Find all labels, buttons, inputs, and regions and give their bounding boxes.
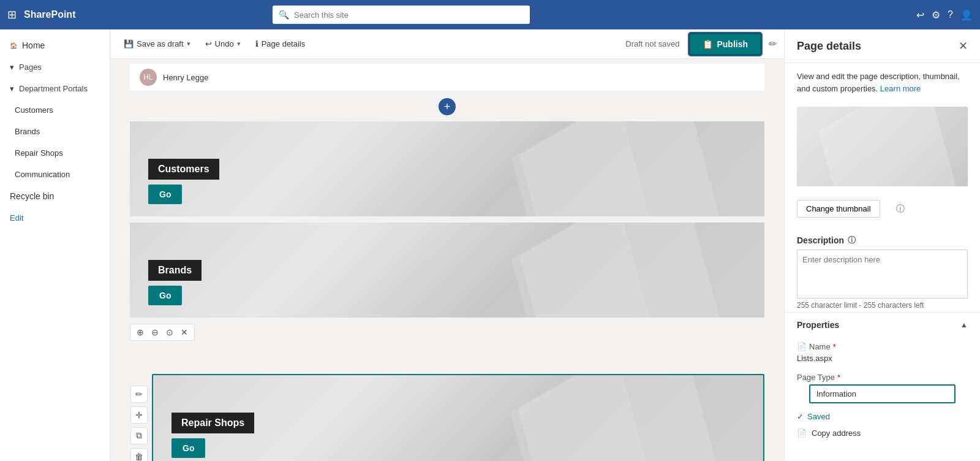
help-icon[interactable]: ? <box>948 9 953 21</box>
block-edit-button[interactable]: ✏ <box>130 386 148 403</box>
properties-section-header[interactable]: Properties ▲ <box>785 312 980 337</box>
page-type-input[interactable] <box>809 384 956 403</box>
info-icon: ℹ <box>255 39 258 48</box>
name-value: Lists.aspx <box>797 354 968 363</box>
save-draft-button[interactable]: 💾 Save as draft ▾ <box>118 36 197 52</box>
page-type-property: Page Type * <box>785 368 980 408</box>
right-panel: Page details ✕ View and edit the page de… <box>784 29 980 461</box>
learn-more-link[interactable]: Learn more <box>880 84 921 93</box>
sidebar-item-communication[interactable]: Communication <box>0 164 110 185</box>
brands-card-inner: Brands Go <box>130 223 764 318</box>
page-details-button[interactable]: ℹ Page details <box>249 36 312 52</box>
brands-go-button[interactable]: Go <box>148 286 182 305</box>
user-icon[interactable]: 👤 <box>960 9 973 21</box>
content-wrapper: 💾 Save as draft ▾ ↩ Undo ▾ ℹ Page detail… <box>110 29 980 461</box>
topbar: ⊞ SharePoint 🔍 ↩ ⚙ ? 👤 <box>0 0 980 29</box>
zoom-in-button[interactable]: ⊕ <box>134 326 146 338</box>
properties-chevron-icon: ▲ <box>960 321 968 329</box>
page-type-asterisk: * <box>837 373 840 382</box>
saved-indicator: ✓ Saved <box>785 408 980 425</box>
sidebar-group-pages[interactable]: ▾ Pages <box>0 56 110 78</box>
customers-go-button[interactable]: Go <box>148 185 182 204</box>
description-textarea[interactable] <box>797 250 968 299</box>
copy-address-button[interactable]: 📄 Copy address <box>785 425 980 441</box>
checkmark-icon: ✓ <box>797 412 804 421</box>
page-canvas: HL Henry Legge + Customers Go <box>110 59 784 461</box>
panel-description: View and edit the page description, thum… <box>785 63 980 102</box>
save-icon: 💾 <box>124 39 134 48</box>
draft-status: Draft not saved <box>625 39 679 48</box>
author-name: Henry Legge <box>163 73 208 82</box>
zoom-out-button[interactable]: ⊖ <box>149 326 161 338</box>
change-thumbnail-button[interactable]: Change thumbnail <box>797 200 880 218</box>
customers-card-label: Customers <box>148 159 219 180</box>
chevron-down-icon: ▾ <box>10 63 14 72</box>
chevron-down-icon: ▾ <box>10 84 14 93</box>
main-layout: 🏠 Home ▾ Pages ▾ Department Portals Cust… <box>0 29 980 461</box>
customers-card-block: Customers Go <box>130 121 764 216</box>
customers-card-inner: Customers Go <box>130 121 764 216</box>
page-type-label: Page Type * <box>797 373 968 382</box>
panel-close-button[interactable]: ✕ <box>959 39 968 53</box>
brands-card-block: Brands Go <box>130 223 764 318</box>
block-move-button[interactable]: ✛ <box>130 406 148 424</box>
thumbnail-area <box>797 107 968 186</box>
block-copy-button[interactable]: ⧉ <box>130 427 148 444</box>
publish-icon: 📋 <box>703 39 713 49</box>
repair-shops-card-label: Repair Shops <box>172 413 254 433</box>
repair-shops-card-block: Repair Shops Go <box>152 374 764 461</box>
dropdown-icon: ▾ <box>237 40 241 48</box>
description-section-label: Description ⓘ <box>785 227 980 250</box>
description-info-icon: ⓘ <box>848 235 856 246</box>
sidebar-group-dept[interactable]: ▾ Department Portals <box>0 78 110 99</box>
required-asterisk: * <box>833 342 836 351</box>
topbar-actions: ↩ ⚙ ? 👤 <box>916 9 973 21</box>
settings-icon[interactable]: ⚙ <box>932 9 940 21</box>
toolbar: 💾 Save as draft ▾ ↩ Undo ▾ ℹ Page detail… <box>110 29 784 59</box>
search-box[interactable]: 🔍 <box>273 6 530 24</box>
sidebar-item-customers[interactable]: Customers <box>0 99 110 121</box>
repair-shops-go-button[interactable]: Go <box>172 438 205 458</box>
sidebar-item-repair-shops[interactable]: Repair Shops <box>0 142 110 164</box>
dropdown-icon: ▾ <box>187 40 190 48</box>
search-input[interactable] <box>294 10 524 20</box>
block-delete-button[interactable]: 🗑 <box>130 448 148 462</box>
name-label: 📄 Name * <box>797 342 968 351</box>
zoom-close-button[interactable]: ✕ <box>178 326 190 338</box>
edit-icon[interactable]: ✏ <box>769 38 777 50</box>
char-limit-text: 255 character limit - 255 characters lef… <box>785 299 980 312</box>
avatar: HL <box>140 69 157 86</box>
publish-button[interactable]: 📋 Publish <box>689 33 761 55</box>
zoom-reset-button[interactable]: ⊙ <box>164 326 176 338</box>
grid-icon[interactable]: ⊞ <box>7 8 17 21</box>
back-icon[interactable]: ↩ <box>916 9 924 21</box>
panel-header: Page details ✕ <box>785 29 980 63</box>
sidebar: 🏠 Home ▾ Pages ▾ Department Portals Cust… <box>0 29 110 461</box>
brands-card-label: Brands <box>148 260 202 281</box>
author-bar: HL Henry Legge <box>130 64 764 91</box>
undo-icon: ↩ <box>205 39 212 48</box>
file-icon: 📄 <box>797 342 807 351</box>
sidebar-item-home[interactable]: 🏠 Home <box>0 34 110 56</box>
undo-button[interactable]: ↩ Undo ▾ <box>199 36 247 52</box>
zoom-controls: ⊕ ⊖ ⊙ ✕ <box>130 324 195 341</box>
panel-title: Page details <box>797 40 861 53</box>
search-icon: 🔍 <box>279 10 289 20</box>
add-section-top-button[interactable]: + <box>439 98 456 115</box>
name-property: 📄 Name * Lists.aspx <box>785 337 980 368</box>
sidebar-item-brands[interactable]: Brands <box>0 121 110 142</box>
chevron-icon: 🏠 <box>10 42 17 49</box>
sidebar-item-recycle-bin[interactable]: Recycle bin <box>0 185 110 207</box>
repair-shops-card-inner: Repair Shops Go <box>153 375 763 461</box>
thumbnail-info-icon: ⓘ <box>896 204 905 215</box>
sidebar-edit[interactable]: Edit <box>0 207 110 229</box>
brand-name: SharePoint <box>24 9 75 20</box>
copy-icon: 📄 <box>797 429 807 438</box>
